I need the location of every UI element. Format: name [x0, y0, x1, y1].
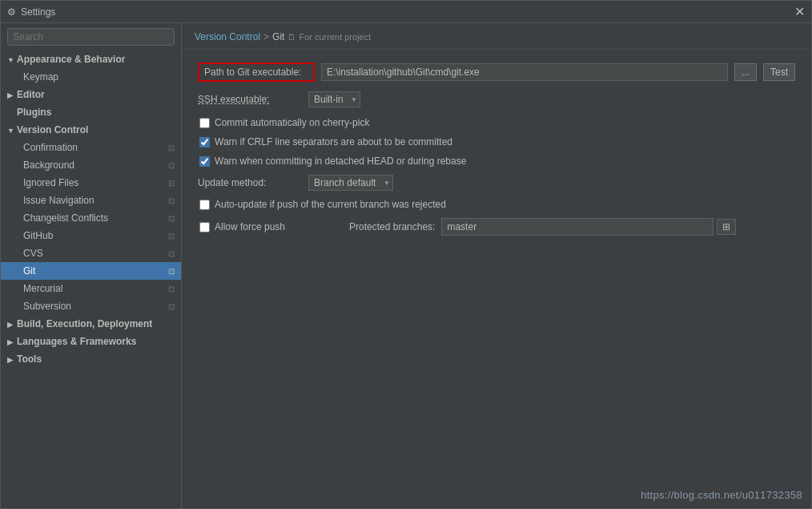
close-button[interactable]: ✕ — [794, 6, 805, 18]
checkbox-crlf[interactable] — [199, 137, 210, 147]
sidebar-item-build-execution[interactable]: ▶Build, Execution, Deployment — [1, 315, 181, 333]
page-icon: ⊡ — [168, 143, 175, 152]
window-title: Settings — [21, 6, 55, 18]
checkbox-detached-label: Warn when committing in detached HEAD or… — [215, 156, 466, 167]
sidebar-item-mercurial[interactable]: Mercurial ⊡ — [1, 280, 181, 297]
page-icon: ⊡ — [168, 232, 175, 240]
sidebar-item-background[interactable]: Background ⊡ — [1, 156, 181, 174]
update-method-select-wrapper: Branch default ▼ — [308, 175, 393, 191]
ssh-row: SSH executable: Built-in ▼ — [198, 91, 795, 107]
breadcrumb-version-control[interactable]: Version Control — [195, 31, 260, 42]
checkbox-force-push-wrapper: Allow force push — [198, 221, 285, 232]
sidebar-item-issue-navigation[interactable]: Issue Navigation ⊡ — [1, 192, 181, 209]
sidebar-item-plugins[interactable]: Plugins — [1, 103, 181, 121]
sidebar-item-editor[interactable]: ▶Editor — [1, 86, 181, 103]
right-panel: Version Control > Git 🗒 For current proj… — [182, 23, 811, 508]
sidebar-item-cvs[interactable]: CVS ⊡ — [1, 244, 181, 262]
checkbox-cherry-pick-row: Commit automatically on cherry-pick — [198, 117, 795, 128]
checkbox-force-push-label: Allow force push — [215, 221, 285, 232]
panel-body: Path to Git executable: ... Test SSH exe… — [182, 50, 811, 508]
breadcrumb-separator: > — [263, 31, 269, 42]
checkbox-auto-update[interactable] — [199, 200, 210, 210]
ssh-label: SSH executable: — [198, 94, 302, 105]
page-icon: ⊡ — [168, 249, 175, 258]
project-icon: 🗒 — [287, 33, 295, 42]
sidebar-item-version-control[interactable]: ▼Version Control — [1, 121, 181, 139]
title-bar-left: ⚙ Settings — [7, 6, 55, 18]
page-icon: ⊡ — [168, 179, 175, 188]
update-method-select[interactable]: Branch default — [308, 175, 393, 191]
sidebar-item-changelist-conflicts[interactable]: Changelist Conflicts ⊡ — [1, 209, 181, 227]
ssh-select[interactable]: Built-in — [308, 91, 360, 107]
sidebar-item-appearance[interactable]: ▼Appearance & Behavior — [1, 50, 181, 68]
add-branch-button[interactable]: ⊞ — [717, 219, 736, 235]
path-input[interactable] — [321, 63, 728, 81]
sidebar: ▼Appearance & Behavior Keymap ▶Editor Pl… — [1, 23, 182, 508]
checkbox-auto-update-row: Auto-update if push of the current branc… — [198, 199, 795, 210]
breadcrumb: Version Control > Git 🗒 For current proj… — [182, 23, 811, 50]
sidebar-item-confirmation[interactable]: Confirmation ⊡ — [1, 139, 181, 156]
path-label-box: Path to Git executable: — [198, 63, 315, 82]
sidebar-item-languages[interactable]: ▶Languages & Frameworks — [1, 333, 181, 350]
page-icon: ⊡ — [168, 214, 175, 223]
checkbox-crlf-row: Warn if CRLF line separators are about t… — [198, 136, 795, 147]
sidebar-item-keymap[interactable]: Keymap — [1, 68, 181, 86]
browse-button[interactable]: ... — [734, 63, 757, 81]
breadcrumb-git: Git — [272, 31, 284, 42]
title-bar: ⚙ Settings ✕ — [1, 1, 811, 23]
update-method-row: Update method: Branch default ▼ — [198, 175, 795, 191]
checkbox-auto-update-label: Auto-update if push of the current branc… — [215, 199, 446, 210]
test-button[interactable]: Test — [763, 63, 795, 81]
path-row: Path to Git executable: ... Test — [198, 63, 795, 82]
for-project-label: For current project — [299, 32, 371, 42]
page-icon: ⊡ — [168, 267, 175, 276]
page-icon: ⊡ — [168, 161, 175, 170]
checkbox-cherry-pick-label: Commit automatically on cherry-pick — [215, 117, 369, 128]
checkbox-detached-row: Warn when committing in detached HEAD or… — [198, 156, 795, 167]
watermark: https://blog.csdn.net/u011732358 — [641, 489, 802, 501]
path-label: Path to Git executable: — [204, 67, 308, 78]
checkbox-crlf-label: Warn if CRLF line separators are about t… — [215, 136, 452, 147]
protected-branches-input[interactable] — [441, 218, 714, 236]
sidebar-item-tools[interactable]: ▶Tools — [1, 350, 181, 368]
sidebar-item-subversion[interactable]: Subversion ⊡ — [1, 297, 181, 315]
sidebar-item-github[interactable]: GitHub ⊡ — [1, 227, 181, 244]
search-input[interactable] — [7, 28, 175, 46]
settings-window: ⚙ Settings ✕ ▼Appearance & Behavior Keym… — [0, 0, 812, 509]
page-icon: ⊡ — [168, 196, 175, 205]
checkbox-cherry-pick[interactable] — [199, 118, 210, 128]
ssh-select-wrapper: Built-in ▼ — [308, 91, 360, 107]
main-content: ▼Appearance & Behavior Keymap ▶Editor Pl… — [1, 23, 811, 508]
sidebar-item-ignored-files[interactable]: Ignored Files ⊡ — [1, 174, 181, 192]
checkbox-detached[interactable] — [199, 156, 210, 167]
page-icon: ⊡ — [168, 302, 175, 311]
sidebar-item-git[interactable]: Git ⊡ — [1, 262, 181, 280]
update-method-label: Update method: — [198, 177, 302, 188]
force-push-row: Allow force push Protected branches: ⊞ — [198, 218, 795, 236]
checkbox-force-push[interactable] — [199, 222, 210, 232]
page-icon: ⊡ — [168, 285, 175, 293]
protected-branches-label: Protected branches: — [349, 221, 435, 232]
gear-icon: ⚙ — [7, 6, 16, 18]
